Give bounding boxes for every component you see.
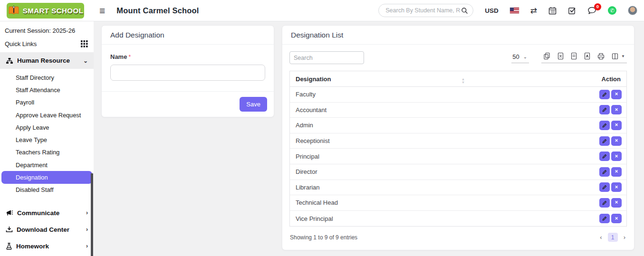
csv-export-icon[interactable] xyxy=(571,52,577,60)
download-icon xyxy=(6,226,13,233)
sidebar-item-department[interactable]: Department xyxy=(1,159,92,171)
designation-cell: Technical Head xyxy=(290,199,599,206)
delete-button[interactable]: ✕ xyxy=(611,105,622,114)
sidebar-menu-communicate[interactable]: Communicate › xyxy=(0,205,94,221)
designation-table: Designation ▲▼ Action Faculty ✕ Accounta… xyxy=(289,71,627,227)
sort-icon[interactable]: ▲▼ xyxy=(461,77,465,84)
list-toolbar: 50 ⌄ xyxy=(282,45,634,68)
logo-text: SMART SCHOOL xyxy=(23,7,84,15)
designation-cell: Vice Principal xyxy=(290,215,599,222)
caret-down-icon: ▼ xyxy=(621,54,625,58)
designation-cell: Faculty xyxy=(290,91,599,98)
sidebar-item-apply-leave[interactable]: Apply Leave xyxy=(1,121,92,133)
add-designation-card: Add Designation Name* Save xyxy=(101,25,274,117)
sidebar-item-staff-directory[interactable]: Staff Directory xyxy=(1,71,92,84)
sitemap-icon xyxy=(6,57,13,64)
sidebar-item-designation[interactable]: Designation xyxy=(1,171,92,183)
save-button[interactable]: Save xyxy=(240,97,267,112)
table-row: Receptionist ✕ xyxy=(290,133,626,149)
pagination-next-icon[interactable]: › xyxy=(623,234,626,241)
quick-links-row[interactable]: Quick Links xyxy=(0,34,94,52)
delete-button[interactable]: ✕ xyxy=(611,136,622,146)
designation-cell: Accountant xyxy=(290,106,599,114)
edit-button[interactable] xyxy=(599,182,610,192)
chat-count-badge: 0 xyxy=(594,3,601,10)
pagination-prev-icon[interactable]: ‹ xyxy=(599,234,603,241)
pdf-export-icon[interactable] xyxy=(584,52,590,60)
edit-button[interactable] xyxy=(599,136,610,146)
human-resource-submenu: Staff Directory Staff Attendance Payroll… xyxy=(0,69,94,199)
sidebar-menu-human-resource[interactable]: Human Resource ⌄ xyxy=(0,52,94,69)
menu-label-homework: Homework xyxy=(16,243,49,250)
designation-name-input[interactable] xyxy=(110,65,265,81)
tasks-checkbox-icon[interactable] xyxy=(568,7,576,15)
sidebar-item-teachers-rating[interactable]: Teachers Rating xyxy=(1,146,92,159)
messages-chat-icon[interactable]: 0 xyxy=(587,7,596,15)
page-size-value: 50 xyxy=(512,53,519,60)
column-visibility-icon[interactable] xyxy=(612,53,618,60)
grid-icon[interactable] xyxy=(81,40,88,47)
user-avatar[interactable] xyxy=(628,6,637,15)
table-row: Principal ✕ xyxy=(290,149,626,164)
print-icon[interactable] xyxy=(597,53,605,60)
table-row: Technical Head ✕ xyxy=(290,195,626,211)
designation-cell: Director xyxy=(290,168,599,175)
sidebar-item-staff-attendance[interactable]: Staff Attendance xyxy=(1,84,92,96)
showing-entries-text: Showing 1 to 9 of 9 entries xyxy=(290,234,357,241)
delete-button[interactable]: ✕ xyxy=(611,182,622,192)
pagination-page-1[interactable]: 1 xyxy=(608,233,618,242)
sidebar-item-leave-type[interactable]: Leave Type xyxy=(1,133,92,146)
student-search-box[interactable] xyxy=(378,4,473,17)
copy-icon[interactable] xyxy=(543,52,550,60)
edit-button[interactable] xyxy=(599,198,610,208)
edit-button[interactable] xyxy=(599,152,610,161)
sidebar: Current Session: 2025-26 Quick Links xyxy=(0,21,94,256)
table-row: Accountant ✕ xyxy=(290,103,626,118)
chevron-down-icon: ⌄ xyxy=(83,57,88,64)
exchange-arrows-icon[interactable]: ⇄ xyxy=(530,7,537,15)
currency-selector[interactable]: USD xyxy=(485,7,499,14)
search-icon[interactable] xyxy=(461,7,468,14)
student-search-input[interactable] xyxy=(385,7,461,14)
delete-button[interactable]: ✕ xyxy=(611,152,622,161)
delete-button[interactable]: ✕ xyxy=(611,90,622,99)
quick-links-label: Quick Links xyxy=(5,40,37,47)
table-search-input[interactable] xyxy=(289,51,364,64)
chevron-right-icon: › xyxy=(86,226,88,233)
top-header: SMART SCHOOL ≡ Mount Carmel School USD ⇄ xyxy=(0,0,644,21)
chevron-down-icon: ⌄ xyxy=(523,54,527,59)
language-flag-icon[interactable] xyxy=(510,8,519,13)
designation-list-title: Designation List xyxy=(282,26,634,45)
whatsapp-icon[interactable]: ✆ xyxy=(608,6,616,15)
delete-button[interactable]: ✕ xyxy=(611,198,622,208)
sidebar-menu-homework[interactable]: Homework › xyxy=(0,238,94,255)
sidebar-item-approve-leave-request[interactable]: Approve Leave Request xyxy=(1,109,92,121)
school-name-title: Mount Carmel School xyxy=(116,6,199,15)
delete-button[interactable]: ✕ xyxy=(611,214,622,223)
chevron-right-icon: › xyxy=(86,209,88,216)
flask-icon xyxy=(6,243,12,250)
delete-button[interactable]: ✕ xyxy=(611,167,622,177)
table-row: Admin ✕ xyxy=(290,118,626,133)
column-header-designation[interactable]: Designation ▲▼ xyxy=(290,76,465,83)
sidebar-toggle-hamburger-icon[interactable]: ≡ xyxy=(99,6,105,16)
sidebar-item-payroll[interactable]: Payroll xyxy=(1,96,92,109)
designation-cell: Admin xyxy=(290,122,599,129)
app-logo[interactable]: SMART SCHOOL xyxy=(7,3,84,19)
edit-button[interactable] xyxy=(599,167,610,177)
sidebar-item-disabled-staff[interactable]: Disabled Staff xyxy=(1,184,92,196)
edit-button[interactable] xyxy=(599,214,610,223)
sidebar-scrollbar[interactable] xyxy=(91,173,93,256)
calendar-icon[interactable] xyxy=(548,7,557,15)
book-logo-icon xyxy=(8,5,20,16)
edit-button[interactable] xyxy=(599,90,610,99)
edit-button[interactable] xyxy=(599,105,610,114)
page-size-select[interactable]: 50 ⌄ xyxy=(511,53,529,63)
sidebar-menu-download-center[interactable]: Download Center › xyxy=(0,221,94,238)
pagination: ‹ 1 › xyxy=(599,233,626,242)
edit-button[interactable] xyxy=(599,121,610,130)
megaphone-icon xyxy=(6,209,13,216)
delete-button[interactable]: ✕ xyxy=(611,121,622,130)
excel-export-icon[interactable] xyxy=(557,52,564,60)
chevron-right-icon: › xyxy=(86,243,88,249)
